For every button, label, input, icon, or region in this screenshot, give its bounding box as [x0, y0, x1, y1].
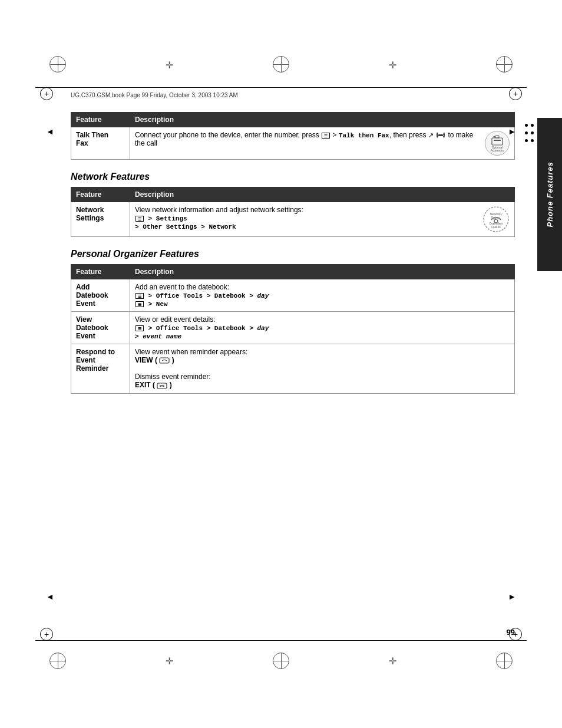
organizer-section-heading: Personal Organizer Features [71, 249, 515, 259]
fax-feature-cell: Talk ThenFax [71, 127, 130, 160]
menu-icon-5: ☰ [135, 325, 144, 331]
svg-rect-2 [494, 140, 501, 141]
bottom-mark-1 [49, 653, 66, 669]
phone-features-tab: Phone Features [537, 118, 562, 271]
view-datebook-feature-cell: ViewDatebookEvent [71, 312, 130, 344]
organizer-table-header-feature: Feature [71, 265, 130, 279]
reg-mark-top-left [40, 87, 53, 100]
side-dots [525, 124, 534, 142]
table-row: Talk ThenFax Connect your phone to the d… [71, 127, 515, 160]
svg-rect-0 [438, 134, 443, 136]
bottom-mark-3 [273, 653, 289, 669]
side-tab-label: Phone Features [546, 162, 554, 228]
top-mark-3 [273, 56, 289, 74]
main-content: Feature Description Talk ThenFax Connect… [71, 112, 515, 622]
svg-rect-1 [492, 138, 503, 145]
arrow-mark-left-top: ◄ [46, 127, 54, 136]
arrow-mark-left-bottom: ◄ [46, 592, 54, 601]
bottom-mark-2: ✛ [166, 655, 173, 667]
top-mark-4: ✛ [389, 60, 396, 71]
svg-point-3 [494, 136, 495, 137]
fax-description-cell: Connect your phone to the device, enter … [130, 127, 515, 160]
respond-reminder-feature-cell: Respond toEventReminder [71, 344, 130, 394]
network-feature-cell: NetworkSettings [71, 202, 130, 237]
top-mark-5 [496, 56, 513, 74]
fax-table-header-feature: Feature [71, 113, 130, 127]
top-mark-2: ✛ [166, 60, 173, 71]
add-datebook-description-cell: Add an event to the datebook: ☰ > Office… [130, 279, 515, 312]
network-table-header-feature: Feature [71, 187, 130, 202]
view-datebook-description-cell: View or edit event details: ☰ > Office T… [130, 312, 515, 344]
network-table: Feature Description NetworkSettings View… [71, 187, 515, 237]
network-subscriber-icon: Network / Subscr. Dependent Feature [482, 206, 510, 233]
top-marks: ✛ ✛ [0, 56, 562, 74]
file-info: UG.C370.GSM.book Page 99 Friday, October… [71, 92, 238, 98]
fax-table-header-description: Description [130, 113, 515, 127]
svg-text:Feature: Feature [491, 226, 501, 229]
respond-reminder-description-cell: View event when reminder appears: VIEW (… [130, 344, 515, 394]
bottom-mark-5 [496, 653, 513, 669]
table-row: NetworkSettings View network information… [71, 202, 515, 237]
optional-accessory-icon: OptionalAccessory [485, 131, 510, 156]
organizer-table: Feature Description AddDatebookEvent Add… [71, 264, 515, 394]
table-row: Respond toEventReminder View event when … [71, 344, 515, 394]
table-row: ViewDatebookEvent View or edit event det… [71, 312, 515, 344]
call-icon [435, 131, 446, 139]
page-border-top [35, 87, 527, 88]
menu-icon-3: ☰ [135, 293, 144, 299]
svg-rect-4 [495, 136, 499, 138]
page-border-bottom [35, 640, 527, 641]
top-mark-1 [49, 56, 66, 74]
bottom-mark-4: ✛ [389, 655, 396, 667]
menu-icon: ☰ [322, 133, 330, 139]
fax-table: Feature Description Talk ThenFax Connect… [71, 112, 515, 160]
reg-mark-bottom-left [40, 628, 53, 641]
page-number: 99 [507, 628, 515, 637]
network-section-heading: Network Features [71, 172, 515, 182]
table-row: AddDatebookEvent Add an event to the dat… [71, 279, 515, 312]
bottom-marks: ✛ ✛ [0, 653, 562, 669]
network-description-cell: View network information and adjust netw… [130, 202, 515, 237]
exit-call-icon [157, 382, 167, 390]
svg-rect-11 [160, 358, 169, 363]
fax-device-icon [490, 134, 504, 146]
view-call-icon [159, 357, 170, 364]
reg-mark-top-right [509, 87, 522, 100]
menu-icon-4: ☰ [135, 301, 144, 307]
menu-icon-2: ☰ [135, 216, 144, 222]
organizer-table-header-description: Description [130, 265, 515, 279]
add-datebook-feature-cell: AddDatebookEvent [71, 279, 130, 312]
network-table-header-description: Description [130, 187, 515, 202]
